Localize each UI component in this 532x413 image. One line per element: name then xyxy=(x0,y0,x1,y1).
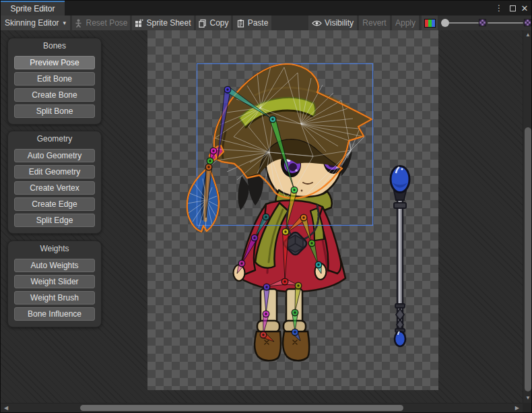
panel-title-weights: Weights xyxy=(8,241,101,256)
horizontal-scrollbar-thumb[interactable] xyxy=(80,405,403,411)
bone-joint-pivot xyxy=(294,331,296,333)
window-menu-icon[interactable]: ⋮ xyxy=(494,3,504,13)
bone-joint-pivot xyxy=(297,284,299,286)
opacity-slider-handle[interactable] xyxy=(441,19,449,27)
button-split-edge[interactable]: Split Edge xyxy=(14,214,95,227)
button-auto-geometry[interactable]: Auto Geometry xyxy=(14,149,95,162)
scroll-up-icon[interactable]: ▲ xyxy=(525,32,531,38)
copy-icon xyxy=(198,19,207,28)
button-bone-influence[interactable]: Bone Influence xyxy=(14,307,95,321)
copy-button[interactable]: Copy xyxy=(196,15,231,30)
scroll-down-icon[interactable]: ▼ xyxy=(525,395,531,401)
visibility-eye-icon xyxy=(312,20,322,27)
bone-joint-pivot xyxy=(284,230,286,232)
tab-strip: Sprite Editor ⋮ ✕ xyxy=(1,1,532,15)
bone-joint-pivot xyxy=(302,216,304,218)
revert-button[interactable]: Revert xyxy=(359,15,390,30)
button-create-edge[interactable]: Create Edge xyxy=(14,197,95,211)
bone-joint-pivot xyxy=(284,280,286,282)
vertical-scrollbar-thumb[interactable] xyxy=(525,127,531,391)
bone-joint-pivot xyxy=(317,263,319,265)
button-preview-pose[interactable]: Preview Pose xyxy=(14,56,95,69)
button-create-bone[interactable]: Create Bone xyxy=(14,88,95,102)
sprite-sheet-label: Sprite Sheet xyxy=(146,18,191,28)
chevron-down-icon: ▾ xyxy=(63,20,67,26)
panel-weights: WeightsAuto WeightsWeight SliderWeight B… xyxy=(7,241,102,327)
maximize-icon[interactable] xyxy=(507,3,518,13)
color-channels-button[interactable] xyxy=(422,15,438,30)
bone-joint-pivot xyxy=(294,311,296,313)
bone-joint-pivot xyxy=(240,262,242,264)
bone-joint-pivot xyxy=(310,242,312,244)
skinning-editor-dropdown[interactable]: Skinning Editor ▾ xyxy=(1,15,70,30)
button-create-vertex[interactable]: Create Vertex xyxy=(14,181,95,195)
bone-joint-pivot xyxy=(265,286,267,288)
reset-pose-label: Reset Pose xyxy=(86,18,127,28)
tab-sprite-editor[interactable]: Sprite Editor xyxy=(1,1,65,15)
rgb-swatch-icon xyxy=(424,19,436,28)
reset-pose-icon xyxy=(74,19,83,28)
scrollbar-corner xyxy=(523,403,532,412)
skinning-editor-label: Skinning Editor xyxy=(5,18,59,28)
sprite-canvas-svg[interactable] xyxy=(147,30,438,390)
paste-icon xyxy=(236,19,245,28)
skinning-canvas[interactable]: BonesPreview PoseEdit BoneCreate BoneSpl… xyxy=(1,30,532,403)
reset-pose-button[interactable]: Reset Pose xyxy=(72,15,130,30)
close-icon[interactable]: ✕ xyxy=(519,3,530,13)
sprite-opacity-slider-track[interactable] xyxy=(446,22,479,24)
copy-label: Copy xyxy=(209,18,228,28)
horizontal-scrollbar[interactable]: ◀ ▶ xyxy=(1,403,523,412)
paste-label: Paste xyxy=(248,18,269,28)
tab-title: Sprite Editor xyxy=(10,4,55,13)
bone-joint-pivot xyxy=(212,150,214,152)
sprite-editor-window: Sprite Editor ⋮ ✕ Skinning Editor ▾ Rese… xyxy=(0,0,532,413)
button-edit-bone[interactable]: Edit Bone xyxy=(14,72,95,86)
panel-bones: BonesPreview PoseEdit BoneCreate BoneSpl… xyxy=(7,38,102,125)
opacity-slider-zone xyxy=(440,15,532,30)
revert-label: Revert xyxy=(362,18,386,28)
apply-label: Apply xyxy=(395,18,415,28)
bone-joint-pivot xyxy=(226,88,228,90)
bone-joint-pivot xyxy=(265,313,267,315)
alpha-checker-icon-2 xyxy=(524,19,531,26)
visibility-label: Visibility xyxy=(325,18,354,28)
visibility-button[interactable]: Visibility xyxy=(308,15,357,30)
bone-joint-pivot xyxy=(271,118,273,120)
bone-joint-pivot xyxy=(253,236,255,239)
button-edit-geometry[interactable]: Edit Geometry xyxy=(14,165,95,179)
button-split-bone[interactable]: Split Bone xyxy=(14,104,95,118)
button-weight-slider[interactable]: Weight Slider xyxy=(14,275,95,288)
button-weight-brush[interactable]: Weight Brush xyxy=(14,291,95,305)
staff-sprite xyxy=(391,166,409,347)
bone-joint-pivot xyxy=(262,333,264,336)
bone-opacity-slider-track[interactable] xyxy=(488,22,523,24)
button-auto-weights[interactable]: Auto Weights xyxy=(14,259,95,272)
bone-joint-pivot xyxy=(265,216,267,218)
panel-title-geometry: Geometry xyxy=(8,131,101,146)
sprite-sheet-button[interactable]: Sprite Sheet xyxy=(132,15,194,30)
sprite-sheet-icon xyxy=(135,19,143,28)
paste-button[interactable]: Paste xyxy=(233,15,271,30)
bone-joint-pivot xyxy=(209,160,211,162)
character-sprite xyxy=(187,64,372,360)
vertical-scrollbar[interactable]: ▲ ▼ xyxy=(523,30,532,403)
panel-title-bones: Bones xyxy=(8,38,101,53)
bone-joint-pivot xyxy=(293,189,295,191)
panel-geometry: GeometryAuto GeometryEdit GeometryCreate… xyxy=(7,131,102,234)
alpha-checker-icon xyxy=(479,19,486,26)
apply-button[interactable]: Apply xyxy=(392,15,419,30)
bone-joint-pivot xyxy=(207,166,209,168)
scroll-right-icon[interactable]: ▶ xyxy=(515,406,519,411)
scroll-left-icon[interactable]: ◀ xyxy=(4,406,8,411)
